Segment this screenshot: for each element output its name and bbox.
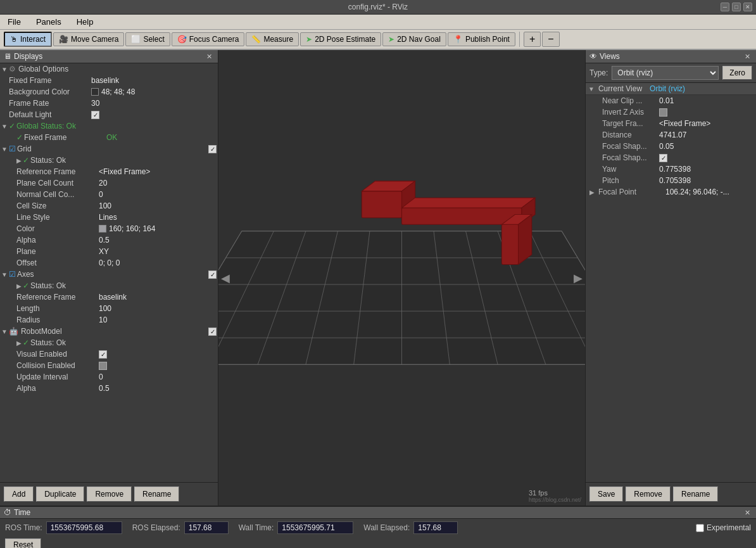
global-options-expand[interactable]: ▼ xyxy=(1,66,8,73)
invert-z-label: Invert Z Axis xyxy=(589,108,659,117)
2d-pose-button[interactable]: ➤ 2D Pose Estimate xyxy=(300,32,381,46)
robot-model-row[interactable]: ▼ 🤖 RobotModel ✓ xyxy=(0,326,218,337)
time-panel-close[interactable]: ✕ xyxy=(743,509,752,517)
grid-ref-frame-value: <Fixed Frame> xyxy=(99,167,150,176)
robot-alpha-value: 0.5 xyxy=(99,384,110,393)
toolbar-plus-button[interactable]: + xyxy=(524,32,541,47)
views-remove-button[interactable]: Remove xyxy=(626,487,671,502)
add-button[interactable]: Add xyxy=(4,487,34,502)
grid-color-row: Color 160; 160; 164 xyxy=(0,223,218,234)
visual-enabled-label: Visual Enabled xyxy=(16,350,99,359)
grid-color-swatch[interactable] xyxy=(99,225,106,233)
measure-button[interactable]: 📏 Measure xyxy=(246,32,299,46)
grid-ref-frame-row: Reference Frame <Fixed Frame> xyxy=(0,166,218,177)
viewport-right-arrow[interactable]: ▶ xyxy=(574,271,583,285)
interact-button[interactable]: 🖱 Interact xyxy=(4,32,52,47)
time-footer: Reset xyxy=(0,537,756,548)
grid-status-expand[interactable]: ▶ xyxy=(16,157,22,164)
near-clip-label: Near Clip ... xyxy=(589,96,659,105)
viewport-left-arrow[interactable]: ◀ xyxy=(221,271,230,285)
robot-model-enabled-checkbox[interactable]: ✓ xyxy=(208,328,217,336)
collision-enabled-row: Collision Enabled xyxy=(0,360,218,371)
current-view-type: Orbit (rviz) xyxy=(650,84,685,93)
publish-point-button[interactable]: 📍 Publish Point xyxy=(448,32,515,46)
robot-model-expand[interactable]: ▼ xyxy=(1,328,8,335)
focal-shape1-row: Focal Shap... 0.05 xyxy=(586,141,756,152)
axes-expand[interactable]: ▼ xyxy=(1,271,8,278)
rename-button[interactable]: Rename xyxy=(134,487,179,502)
views-panel: 👁 Views ✕ Type: Orbit (rviz) Zero ▼ Curr… xyxy=(585,50,756,506)
wall-elapsed-input[interactable] xyxy=(413,521,458,534)
ros-elapsed-input[interactable] xyxy=(184,521,229,534)
displays-panel-icon: 🖥 xyxy=(4,52,11,61)
reset-button[interactable]: Reset xyxy=(5,538,41,548)
grid-ref-frame-label: Reference Frame xyxy=(16,167,99,176)
focal-shape2-checkbox[interactable]: ✓ xyxy=(659,154,667,162)
displays-panel-close[interactable]: ✕ xyxy=(205,53,214,61)
views-save-button[interactable]: Save xyxy=(589,487,623,502)
visual-enabled-row: Visual Enabled ✓ xyxy=(0,348,218,360)
wall-time-input[interactable] xyxy=(277,521,353,534)
fixed-frame-status-row: ✓ Fixed Frame OK xyxy=(0,132,218,143)
experimental-label: Experimental xyxy=(707,523,751,532)
grid-checkbox[interactable]: ✓ xyxy=(208,144,217,153)
titlebar: config.rviz* - RViz ─ □ ✕ xyxy=(0,0,756,15)
close-button[interactable]: ✕ xyxy=(743,3,752,11)
viewport-canvas: ◀ ▶ 31 fps https://blog.csdn.net/ xyxy=(218,50,585,506)
experimental-row: Experimental xyxy=(696,523,751,532)
select-button[interactable]: ⬜ Select xyxy=(125,32,170,46)
fixed-frame-status-check: ✓ xyxy=(16,133,23,142)
default-light-checkbox[interactable]: ✓ xyxy=(91,111,99,119)
axes-length-row: Length 100 xyxy=(0,303,218,314)
duplicate-button[interactable]: Duplicate xyxy=(36,487,84,502)
robot-model-label: RobotModel xyxy=(21,327,103,336)
grid-cell-size-label: Cell Size xyxy=(16,201,99,210)
axes-enabled-checkbox[interactable]: ✓ xyxy=(208,271,217,279)
menu-help[interactable]: Help xyxy=(72,16,99,28)
experimental-checkbox[interactable] xyxy=(696,524,704,532)
grid-plane-cell-label: Plane Cell Count xyxy=(16,179,99,188)
global-status-label: Global Status: Ok xyxy=(16,122,99,131)
axes-status-expand[interactable]: ▶ xyxy=(16,283,22,290)
focus-camera-button[interactable]: 🎯 Focus Camera xyxy=(172,32,245,46)
views-type-select[interactable]: Orbit (rviz) xyxy=(612,66,719,80)
global-status-row: ▼ ✓ Global Status: Ok xyxy=(0,120,218,132)
ros-time-input[interactable] xyxy=(46,521,122,534)
menu-panels[interactable]: Panels xyxy=(31,16,66,28)
grid-row[interactable]: ▼ ☑ Grid ✓ xyxy=(0,143,218,155)
axes-radius-label: Radius xyxy=(16,315,99,324)
grid-status-check: ✓ xyxy=(23,156,29,165)
menu-file[interactable]: File xyxy=(3,16,26,28)
viewport[interactable]: ◀ ▶ 31 fps https://blog.csdn.net/ xyxy=(218,50,585,506)
global-status-expand[interactable]: ▼ xyxy=(1,123,8,130)
collision-enabled-checkbox[interactable] xyxy=(99,362,107,370)
toolbar-minus-button[interactable]: − xyxy=(542,32,559,47)
focal-point-expand[interactable]: ▶ xyxy=(589,189,595,196)
minimize-button[interactable]: ─ xyxy=(721,3,729,11)
maximize-button[interactable]: □ xyxy=(732,3,741,11)
invert-z-checkbox[interactable] xyxy=(659,108,667,117)
frame-rate-value: 30 xyxy=(91,99,99,108)
update-interval-label: Update Interval xyxy=(16,373,99,381)
robot-model-status-expand[interactable]: ▶ xyxy=(16,340,22,347)
grid-color-label: Color xyxy=(16,224,99,233)
views-zero-button[interactable]: Zero xyxy=(722,66,752,80)
remove-button[interactable]: Remove xyxy=(87,487,132,502)
visual-enabled-checkbox[interactable]: ✓ xyxy=(99,350,107,359)
wall-time-label: Wall Time: xyxy=(239,523,274,532)
views-rename-button[interactable]: Rename xyxy=(673,487,718,502)
2d-nav-button[interactable]: ➤ 2D Nav Goal xyxy=(382,32,446,46)
grid-plane-row: Plane XY xyxy=(0,246,218,257)
axes-row[interactable]: ▼ ☑ Axes ✓ xyxy=(0,269,218,280)
views-panel-close[interactable]: ✕ xyxy=(743,53,752,61)
current-view-expand[interactable]: ▼ xyxy=(588,86,595,92)
focal-shape1-value: 0.05 xyxy=(659,142,674,151)
time-panel-header: ⏱ Time ✕ xyxy=(0,507,756,519)
bg-color-swatch[interactable] xyxy=(91,88,99,96)
grid-expand[interactable]: ▼ xyxy=(1,146,8,153)
ros-elapsed-group: ROS Elapsed: xyxy=(132,521,229,534)
global-options-row[interactable]: ▼ ⚙ Global Options xyxy=(0,63,218,75)
current-view-header: ▼ Current View Orbit (rviz) xyxy=(586,83,756,95)
grid-enabled-checkbox[interactable]: ✓ xyxy=(208,145,217,153)
move-camera-button[interactable]: 🎥 Move Camera xyxy=(53,32,124,46)
